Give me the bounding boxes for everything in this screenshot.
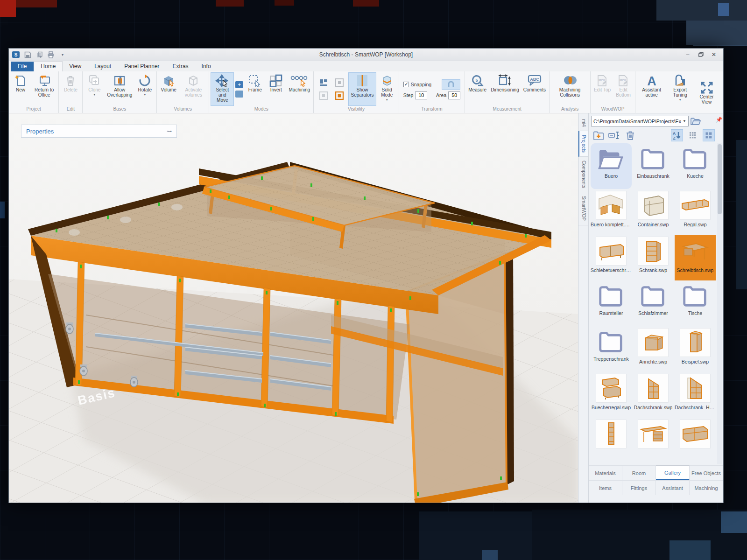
gallery-item[interactable]: Kueche xyxy=(675,143,716,189)
step-input[interactable] xyxy=(415,91,427,99)
gallery-item[interactable]: Buecherregal.swp xyxy=(591,372,632,418)
path-row: C:\ProgramData\SmartWOP\Projects\Example… xyxy=(591,116,703,126)
gallery-item[interactable]: Raumteiler xyxy=(591,280,632,326)
export-tuning-button[interactable]: Export Tuning ▾ xyxy=(667,72,693,106)
panel-pin-icon[interactable]: 📌 xyxy=(716,117,722,123)
gallery-item[interactable] xyxy=(675,418,716,463)
tab-machining[interactable]: Machining xyxy=(690,480,723,495)
new-folder-button[interactable] xyxy=(592,129,605,141)
svg-text:Z: Z xyxy=(673,136,676,140)
minus-button[interactable]: − xyxy=(235,91,243,98)
rotate-button[interactable]: Rotate ▾ xyxy=(134,72,155,106)
fittings-visibility-icon[interactable] xyxy=(319,91,328,100)
restore-button[interactable] xyxy=(695,50,706,59)
gallery-item[interactable]: Tische xyxy=(675,280,716,326)
activate-volumes-button[interactable]: Activate volumes xyxy=(179,72,207,106)
tab-file[interactable]: File xyxy=(11,62,34,71)
tab-materials[interactable]: Materials xyxy=(589,465,622,480)
tab-room[interactable]: Room xyxy=(622,465,656,480)
plus-button[interactable]: + xyxy=(235,81,243,88)
gallery-item[interactable] xyxy=(591,418,632,463)
snapping-checkbox[interactable]: Snapping xyxy=(403,79,431,90)
gallery-item[interactable] xyxy=(633,418,674,463)
gallery-item-thumbnail xyxy=(639,282,668,308)
path-dropdown-icon[interactable]: ▼ xyxy=(681,119,686,123)
delete-button[interactable]: Delete xyxy=(60,72,81,106)
gallery-item[interactable]: Einbauschrank xyxy=(633,143,674,189)
large-icons-view-button[interactable] xyxy=(703,129,715,141)
tab-assistant[interactable]: Assistant xyxy=(656,480,690,495)
selection-visibility-icon[interactable] xyxy=(335,91,344,100)
gallery-item-thumbnail xyxy=(596,374,627,403)
gallery-item-label: Anrichte.swp xyxy=(639,359,667,364)
vtab-projects[interactable]: Projects xyxy=(578,131,588,157)
sort-az-button[interactable]: AZ xyxy=(671,129,683,141)
gallery-item[interactable]: Schlafzimmer xyxy=(633,280,674,326)
clone-button[interactable]: Clone ▾ xyxy=(84,72,105,106)
gallery-scrollbar[interactable] xyxy=(717,143,722,464)
tab-home[interactable]: Home xyxy=(34,61,63,71)
tab-panel-planner[interactable]: Panel Planner xyxy=(118,62,166,71)
select-and-move-button[interactable]: Select and Move xyxy=(211,72,234,106)
viewport-3d[interactable]: Basis xyxy=(9,113,578,503)
properties-panel[interactable]: Properties ⊶ xyxy=(21,125,177,138)
frame-button[interactable]: Frame xyxy=(245,72,265,106)
machining-mode-button[interactable]: Machining xyxy=(287,72,312,106)
show-separators-button[interactable]: Show Separators xyxy=(348,72,376,106)
tab-view[interactable]: View xyxy=(63,62,88,71)
tab-items[interactable]: Items xyxy=(589,480,622,495)
gallery-item[interactable]: Buero komplett.swp xyxy=(591,189,632,235)
assistant-active-button[interactable]: A Assistant active xyxy=(637,72,666,106)
frame-visibility-icon[interactable] xyxy=(335,78,344,87)
delete-item-button[interactable] xyxy=(624,129,636,141)
separators-icon xyxy=(356,74,369,88)
tab-extras[interactable]: Extras xyxy=(166,62,195,71)
tab-free-objects[interactable]: Free Objects xyxy=(690,465,723,480)
gallery-item[interactable]: Buero xyxy=(591,143,632,189)
browse-folder-button[interactable] xyxy=(689,116,703,126)
gallery-item[interactable]: Schreibtisch.swp xyxy=(675,235,716,280)
ribbon-group-project: New Return to Office Project xyxy=(9,71,59,113)
vtab-components[interactable]: Components xyxy=(578,157,588,193)
gallery-item[interactable]: Container.swp xyxy=(633,189,674,235)
allow-overlapping-button[interactable]: Allow Overlapping xyxy=(105,72,134,106)
tab-fittings[interactable]: Fittings xyxy=(622,480,656,495)
gallery-item[interactable]: Dachschrank.swp xyxy=(633,372,674,418)
gallery-item[interactable]: Anrichte.swp xyxy=(633,326,674,372)
pin-icon[interactable]: ⊶ xyxy=(167,128,172,134)
volume-button[interactable]: Volume xyxy=(158,72,179,106)
area-input[interactable] xyxy=(448,91,460,99)
dimensioning-button[interactable]: Dimensioning xyxy=(489,72,521,106)
scene-3d: Basis xyxy=(9,113,578,503)
gallery-item[interactable]: Schrank.swp xyxy=(633,235,674,280)
vtab-smartwop[interactable]: SmartWOP xyxy=(578,192,588,225)
center-view-button[interactable]: Center View xyxy=(695,79,719,105)
vtab-mi4[interactable]: mi4 xyxy=(578,115,588,131)
gallery-item[interactable]: Schiebetuerschrank... xyxy=(591,235,632,280)
tab-info[interactable]: Info xyxy=(195,62,218,71)
rename-button[interactable] xyxy=(608,129,620,141)
gallery-item[interactable]: Treppenschrank xyxy=(591,326,632,372)
gallery-item[interactable]: Dachschrank_HT20... xyxy=(675,372,716,418)
gallery-item-thumbnail xyxy=(596,237,627,266)
tab-layout[interactable]: Layout xyxy=(88,62,118,71)
gallery-item[interactable]: Regal.swp xyxy=(675,189,716,235)
close-button[interactable]: ✕ xyxy=(708,50,719,59)
edit-top-button[interactable]: MPR Edit Top xyxy=(592,72,613,106)
path-combobox[interactable]: C:\ProgramData\SmartWOP\Projects\Example… xyxy=(591,116,689,126)
comments-button[interactable]: ABC Comments xyxy=(521,72,548,106)
machining-collisions-button[interactable]: Machining Collisions xyxy=(551,72,589,106)
scrollbar-thumb[interactable] xyxy=(718,144,722,214)
small-icons-view-button[interactable] xyxy=(687,129,699,141)
minimize-button[interactable]: – xyxy=(682,50,693,59)
measure-button[interactable]: 5 Measure xyxy=(466,72,488,106)
edit-bottom-button[interactable]: MPR Edit Bottom xyxy=(613,72,634,106)
new-button[interactable]: New xyxy=(10,72,31,106)
gallery-item[interactable]: Beispiel.swp xyxy=(675,326,716,372)
panels-visibility-icon[interactable] xyxy=(319,78,328,87)
return-to-office-button[interactable]: Return to Office xyxy=(31,72,57,106)
solid-mode-button[interactable]: Solid Mode ▾ xyxy=(377,72,397,106)
tab-gallery[interactable]: Gallery xyxy=(656,465,690,480)
magnet-button[interactable] xyxy=(442,79,460,90)
invert-button[interactable]: Invert xyxy=(266,72,286,106)
